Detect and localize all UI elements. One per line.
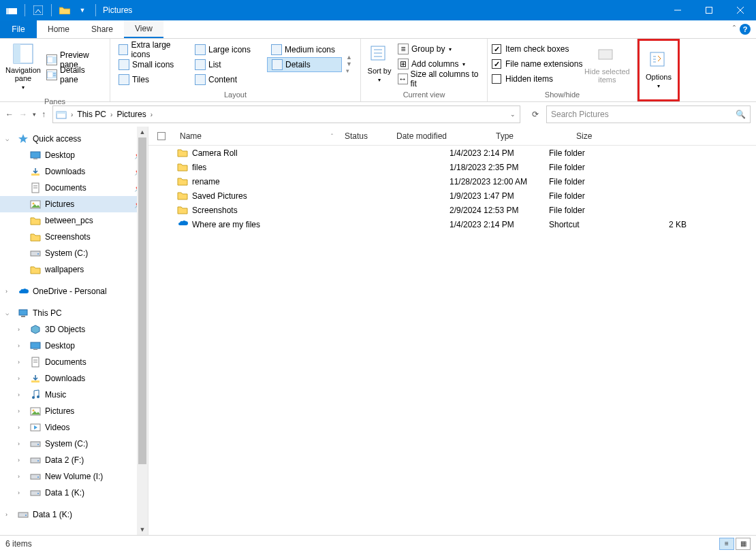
tree-item-system-c-[interactable]: System (C:) <box>0 245 148 261</box>
tree-item-this-pc[interactable]: ⌵This PC <box>0 305 148 321</box>
breadcrumb-this-pc[interactable]: This PC <box>74 110 109 119</box>
size-columns-button[interactable]: ↔Size all columns to fit <box>394 71 483 86</box>
minimize-button[interactable] <box>662 0 693 20</box>
breadcrumb-chevron-icon[interactable]: › <box>109 111 114 118</box>
file-row[interactable]: files1/18/2023 2:35 PMFile folder <box>148 160 756 174</box>
tree-item-documents[interactable]: Documents📌 <box>0 180 148 196</box>
layout-option-tiles[interactable]: Tiles <box>114 72 189 87</box>
layout-option-medium-icons[interactable]: Medium icons <box>267 42 342 57</box>
layout-scroll-up-icon[interactable]: ▲ <box>346 54 352 61</box>
file-row[interactable]: rename11/28/2023 12:00 AMFile folder <box>148 174 756 189</box>
view-large-icons-button[interactable]: ▦ <box>736 538 751 550</box>
tree-item-pictures[interactable]: ›Pictures <box>0 403 148 419</box>
file-row[interactable]: Camera Roll1/4/2023 2:14 PMFile folder <box>148 146 756 160</box>
tab-home[interactable]: Home <box>37 20 80 38</box>
file-row[interactable]: Screenshots2/9/2024 12:53 PMFile folder <box>148 203 756 217</box>
tree-item-data-1-k-[interactable]: ›Data 1 (K:) <box>0 485 148 501</box>
layout-option-large-icons[interactable]: Large icons <box>191 42 266 57</box>
qat-properties-icon[interactable] <box>31 3 46 18</box>
tree-scrollbar[interactable]: ▲ ▼ <box>137 127 148 535</box>
scrollbar-thumb[interactable] <box>138 137 146 464</box>
tree-item-pictures[interactable]: Pictures📌 <box>0 196 148 212</box>
layout-option-details[interactable]: Details <box>267 57 342 72</box>
expand-icon[interactable]: › <box>18 440 26 447</box>
layout-option-content[interactable]: Content <box>191 72 266 87</box>
navigation-pane-button[interactable]: Navigation pane ▾ <box>4 42 42 93</box>
file-tab[interactable]: File <box>0 20 37 38</box>
tree-item-downloads[interactable]: Downloads📌 <box>0 163 148 180</box>
expand-icon[interactable]: › <box>5 511 14 518</box>
tree-item-desktop[interactable]: Desktop📌 <box>0 147 148 163</box>
tree-item-downloads[interactable]: ›Downloads <box>0 370 148 387</box>
tree-item-onedrive-personal[interactable]: ›OneDrive - Personal <box>0 283 148 299</box>
tree-item-data-1-k-[interactable]: ›Data 1 (K:) <box>0 506 148 523</box>
address-bar[interactable]: › This PC › Pictures › ⌄ <box>52 105 520 123</box>
column-checkbox[interactable] <box>148 132 174 140</box>
file-extensions-toggle[interactable]: ✓File name extensions <box>492 56 582 71</box>
forward-button[interactable]: → <box>19 110 27 119</box>
details-pane-button[interactable]: Details pane <box>42 67 106 82</box>
expand-icon[interactable]: › <box>18 326 26 333</box>
layout-option-extra-large-icons[interactable]: Extra large icons <box>114 42 189 57</box>
tree-item-3d-objects[interactable]: ›3D Objects <box>0 321 148 338</box>
expand-icon[interactable]: › <box>18 359 26 366</box>
breadcrumb-chevron-icon[interactable]: › <box>69 111 74 118</box>
tree-item-music[interactable]: ›Music <box>0 387 148 403</box>
expand-icon[interactable]: › <box>18 391 26 398</box>
layout-more-icon[interactable]: ▾ <box>346 67 352 74</box>
expand-icon[interactable]: › <box>18 473 26 480</box>
column-type[interactable]: Type <box>490 131 571 141</box>
tree-item-quick-access[interactable]: ⌵Quick access <box>0 131 148 147</box>
expand-icon[interactable]: › <box>18 375 26 382</box>
up-button[interactable]: ↑ <box>42 110 46 119</box>
tree-item-documents[interactable]: ›Documents <box>0 354 148 370</box>
expand-icon[interactable]: › <box>18 408 26 415</box>
layout-option-small-icons[interactable]: Small icons <box>114 57 189 72</box>
qat-folder-icon[interactable] <box>57 3 72 18</box>
back-button[interactable]: ← <box>5 110 14 119</box>
hidden-items-toggle[interactable]: Hidden items <box>492 71 582 86</box>
expand-icon[interactable]: › <box>18 342 26 349</box>
column-size[interactable]: Size <box>571 131 625 141</box>
breadcrumb-chevron-icon[interactable]: › <box>149 111 154 118</box>
history-dropdown-icon[interactable]: ▾ <box>33 111 36 118</box>
tab-view[interactable]: View <box>124 20 163 38</box>
sort-by-button[interactable]: Sort by ▾ <box>365 42 394 86</box>
address-dropdown-icon[interactable]: ⌄ <box>510 111 516 118</box>
tree-item-videos[interactable]: ›Videos <box>0 419 148 436</box>
group-by-button[interactable]: ≡Group by▾ <box>394 42 483 56</box>
column-name[interactable]: Nameˆ <box>174 131 339 141</box>
help-icon[interactable]: ? <box>740 24 751 35</box>
expand-icon[interactable]: › <box>18 457 26 464</box>
expand-icon[interactable]: ⌵ <box>5 135 14 142</box>
options-button[interactable]: Options ▾ <box>641 48 676 92</box>
tab-share[interactable]: Share <box>80 20 124 38</box>
view-details-button[interactable]: ≡ <box>719 538 734 550</box>
expand-icon[interactable]: › <box>5 288 14 295</box>
column-status[interactable]: Status <box>339 131 391 141</box>
expand-icon[interactable]: › <box>18 489 26 496</box>
column-date[interactable]: Date modified <box>391 131 490 141</box>
layout-scroll-down-icon[interactable]: ▼ <box>346 61 352 67</box>
qat-dropdown-icon[interactable]: ▼ <box>75 3 90 18</box>
item-check-boxes-toggle[interactable]: ✓Item check boxes <box>492 42 582 56</box>
file-row[interactable]: Saved Pictures1/9/2023 1:47 PMFile folde… <box>148 189 756 203</box>
tree-item-new-volume-i-[interactable]: ›New Volume (I:) <box>0 468 148 485</box>
close-button[interactable] <box>725 0 756 20</box>
tree-item-system-c-[interactable]: ›System (C:) <box>0 436 148 452</box>
refresh-button[interactable]: ⟳ <box>527 105 544 123</box>
tree-item-screenshots[interactable]: Screenshots <box>0 229 148 245</box>
scroll-up-icon[interactable]: ▲ <box>137 127 148 137</box>
search-input[interactable]: Search Pictures 🔍 <box>546 105 751 123</box>
file-row[interactable]: Where are my files1/4/2023 2:14 PMShortc… <box>148 217 756 231</box>
collapse-ribbon-icon[interactable]: ˆ <box>733 25 736 34</box>
maximize-button[interactable] <box>693 0 725 20</box>
breadcrumb-pictures[interactable]: Pictures <box>114 110 148 119</box>
layout-option-list[interactable]: List <box>191 57 266 72</box>
tree-item-between-pcs[interactable]: between_pcs <box>0 212 148 229</box>
tree-item-wallpapers[interactable]: wallpapers <box>0 261 148 278</box>
tree-item-desktop[interactable]: ›Desktop <box>0 338 148 354</box>
expand-icon[interactable]: › <box>18 424 26 431</box>
expand-icon[interactable]: ⌵ <box>5 310 14 316</box>
scroll-down-icon[interactable]: ▼ <box>137 524 148 535</box>
